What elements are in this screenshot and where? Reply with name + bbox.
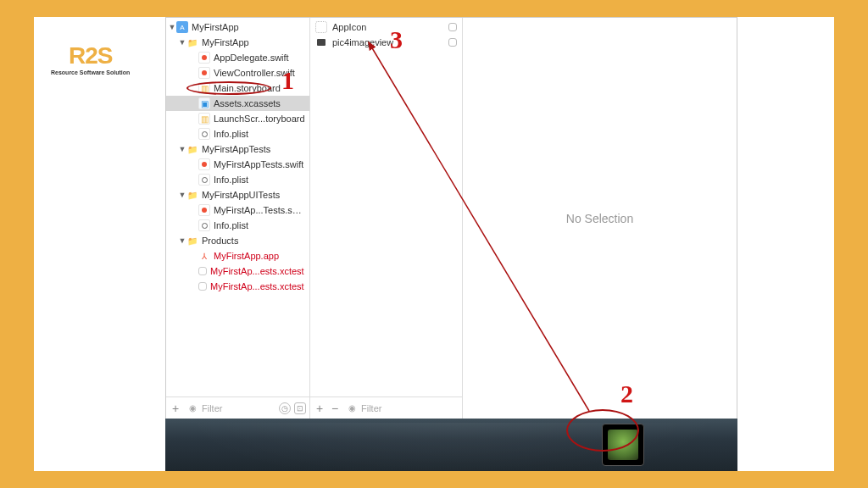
tree-label: LaunchScr...toryboard xyxy=(214,114,305,124)
filter-placeholder: Filter xyxy=(202,403,222,413)
tree-item[interactable]: ▥ Main.storyboard xyxy=(166,80,309,96)
storyboard-file-icon: ▥ xyxy=(198,113,210,125)
disclosure-triangle-icon[interactable]: ▼ xyxy=(178,191,186,199)
dragged-image-file[interactable] xyxy=(602,424,644,466)
asset-catalog-outline: AppIcon pic4imageview + − ◉ Filter xyxy=(310,18,463,419)
tree-item[interactable]: ViewController.swift xyxy=(166,65,309,80)
disclosure-triangle-icon[interactable]: ▼ xyxy=(178,38,186,47)
tree-item[interactable]: MyFirstAp...Tests.swift xyxy=(166,202,309,218)
asset-items: AppIcon pic4imageview xyxy=(310,18,462,396)
storyboard-file-icon: ▥ xyxy=(198,82,210,94)
scm-filter-icon[interactable]: ⊡ xyxy=(294,402,306,414)
filter-scope-icon: ◉ xyxy=(189,403,197,413)
imageset-icon xyxy=(315,36,327,48)
tree-label: Main.storyboard xyxy=(214,83,281,93)
tree-label: MyFirstAp...Tests.swift xyxy=(214,205,306,215)
filter-toggles: ◷ ⊡ xyxy=(279,402,306,414)
folder-icon: 📁 xyxy=(186,235,198,247)
tree-label: AppDelegate.swift xyxy=(214,53,289,63)
tree-item[interactable]: ⅄ MyFirstApp.app xyxy=(166,248,309,263)
asset-bottom-bar: + − ◉ Filter xyxy=(310,396,462,419)
remove-asset-button[interactable]: − xyxy=(329,402,341,415)
no-selection-label: No Selection xyxy=(566,212,633,225)
tree-item[interactable]: Info.plist xyxy=(166,126,309,141)
asset-detail-pane: No Selection xyxy=(463,18,737,419)
image-thumbnail-icon xyxy=(608,430,638,460)
tree-label: MyFirstApp xyxy=(202,37,249,47)
tree-label: Info.plist xyxy=(214,175,248,185)
tree-label: MyFirstApp xyxy=(192,22,239,32)
xctest-product-icon xyxy=(198,267,207,275)
tree-group[interactable]: ▼ 📁 MyFirstApp xyxy=(166,35,309,50)
disclosure-triangle-icon[interactable]: ▼ xyxy=(168,23,176,31)
tree-group[interactable]: ▼ 📁 MyFirstAppTests xyxy=(166,141,309,157)
tree-label: MyFirstAp...ests.xctest xyxy=(210,266,304,276)
tree-item[interactable]: MyFirstAp...ests.xctest xyxy=(166,279,309,294)
navigator-bottom-bar: + ◉ Filter ◷ ⊡ xyxy=(166,396,309,419)
disclosure-triangle-icon[interactable]: ▼ xyxy=(178,145,186,153)
filter-placeholder: Filter xyxy=(361,403,381,413)
asset-row-image[interactable]: pic4imageview xyxy=(310,35,462,50)
tree-label: MyFirstAppUITests xyxy=(202,190,280,200)
tree-label: MyFirstApp.app xyxy=(214,251,279,261)
asset-label: pic4imageview xyxy=(332,37,393,47)
page-frame: R2S Resource Software Solution ▼ A MyFir… xyxy=(34,17,834,471)
swift-file-icon xyxy=(198,158,210,170)
filter-scope-icon: ◉ xyxy=(348,403,356,413)
asset-filter-field[interactable]: ◉ Filter xyxy=(344,402,459,415)
app-product-icon: ⅄ xyxy=(198,250,210,262)
asset-type-badge-icon xyxy=(448,23,457,31)
swift-file-icon xyxy=(198,67,210,79)
project-navigator: ▼ A MyFirstApp ▼ 📁 MyFirstApp AppDelegat… xyxy=(166,18,310,419)
logo-text: R2S xyxy=(51,42,130,69)
asset-row-appicon[interactable]: AppIcon xyxy=(310,19,462,35)
tree-label: MyFirstAp...ests.xctest xyxy=(210,281,304,291)
folder-icon: 📁 xyxy=(186,36,198,48)
project-tree: ▼ A MyFirstApp ▼ 📁 MyFirstApp AppDelegat… xyxy=(166,18,309,396)
tree-label: Products xyxy=(202,236,238,246)
panes: ▼ A MyFirstApp ▼ 📁 MyFirstApp AppDelegat… xyxy=(166,18,737,419)
swift-file-icon xyxy=(198,52,210,64)
appiconset-icon xyxy=(315,21,327,33)
add-asset-button[interactable]: + xyxy=(314,402,326,415)
xcode-window: ▼ A MyFirstApp ▼ 📁 MyFirstApp AppDelegat… xyxy=(165,17,737,419)
asset-catalog-icon: ▣ xyxy=(198,97,210,109)
add-button[interactable]: + xyxy=(170,402,181,415)
tree-item[interactable]: AppDelegate.swift xyxy=(166,50,309,65)
tree-item[interactable]: MyFirstAppTests.swift xyxy=(166,157,309,172)
tree-item[interactable]: MyFirstAp...ests.xctest xyxy=(166,263,309,279)
tree-label: Assets.xcassets xyxy=(214,98,281,108)
xctest-product-icon xyxy=(198,282,207,291)
plist-file-icon xyxy=(198,174,210,186)
clock-filter-icon[interactable]: ◷ xyxy=(279,402,291,414)
tree-label: MyFirstAppTests xyxy=(202,144,270,154)
navigator-filter-field[interactable]: ◉ Filter xyxy=(185,402,275,415)
tree-item-assets[interactable]: ▣ Assets.xcassets xyxy=(166,96,309,111)
tree-root[interactable]: ▼ A MyFirstApp xyxy=(166,19,309,35)
tree-label: Info.plist xyxy=(214,129,248,139)
logo-subtitle: Resource Software Solution xyxy=(51,69,130,75)
tree-item[interactable]: Info.plist xyxy=(166,172,309,187)
tree-label: MyFirstAppTests.swift xyxy=(214,159,303,169)
asset-type-badge-icon xyxy=(448,38,457,47)
tree-group[interactable]: ▼ 📁 Products xyxy=(166,233,309,248)
disclosure-triangle-icon[interactable]: ▼ xyxy=(178,236,186,245)
folder-icon: 📁 xyxy=(186,143,198,155)
plist-file-icon xyxy=(198,219,210,231)
macos-desktop-strip xyxy=(165,419,737,471)
tree-label: ViewController.swift xyxy=(214,68,295,78)
tree-item[interactable]: ▥ LaunchScr...toryboard xyxy=(166,111,309,126)
tree-item[interactable]: Info.plist xyxy=(166,218,309,233)
asset-label: AppIcon xyxy=(332,22,366,32)
folder-icon: 📁 xyxy=(186,189,198,201)
tree-label: Info.plist xyxy=(214,220,248,230)
tree-group[interactable]: ▼ 📁 MyFirstAppUITests xyxy=(166,187,309,202)
r2s-logo: R2S Resource Software Solution xyxy=(51,42,130,75)
xcodeproj-icon: A xyxy=(176,21,188,33)
plist-file-icon xyxy=(198,128,210,140)
swift-file-icon xyxy=(198,204,210,216)
